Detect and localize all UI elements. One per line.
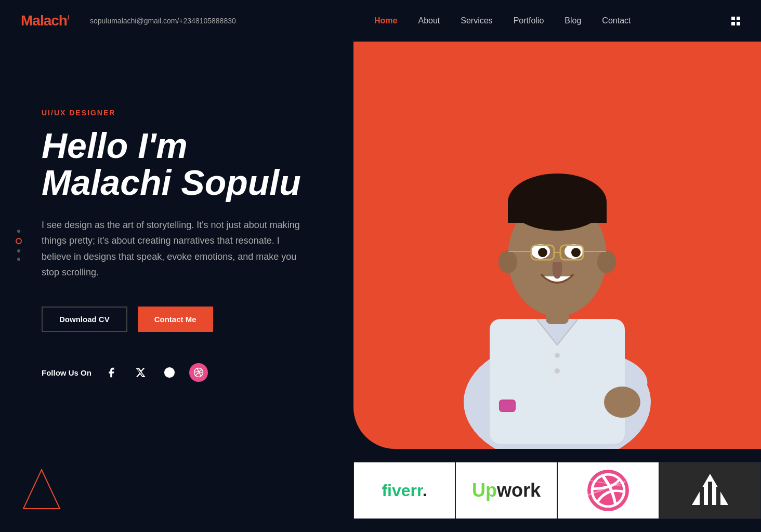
hero-title-line1: Hello I'm (42, 126, 188, 165)
logos-left (0, 467, 353, 514)
svg-point-18 (597, 250, 616, 273)
right-panel (353, 42, 761, 449)
header-email: sopulumalachi@gmail.com/+2348105888830 (90, 17, 236, 25)
svg-point-22 (571, 248, 581, 257)
grid-menu-icon[interactable] (731, 17, 740, 25)
side-dot-4[interactable] (17, 258, 20, 261)
svg-point-11 (555, 353, 560, 358)
upwork-logo-card: Upwork (455, 462, 557, 519)
upwork-logo: Upwork (472, 480, 541, 501)
logo[interactable]: Malachı (21, 12, 69, 29)
contact-me-button[interactable]: Contact Me (138, 307, 213, 332)
hero-description: I see design as the art of storytelling.… (42, 217, 301, 281)
logo-sub: ı (67, 12, 69, 22)
svg-point-12 (555, 368, 560, 374)
svg-rect-31 (700, 487, 704, 505)
logos-strip: fiverr. Upwork (353, 462, 761, 519)
dots-decoration (369, 418, 449, 433)
svg-rect-16 (508, 202, 607, 223)
header-left: Malachı sopulumalachi@gmail.com/+2348105… (0, 12, 353, 29)
header: Malachı sopulumalachi@gmail.com/+2348105… (0, 0, 761, 42)
nav-contact[interactable]: Contact (602, 16, 631, 25)
side-dot-2[interactable] (16, 238, 22, 244)
fiverr-logo: fiverr. (382, 481, 427, 500)
logos-section: fiverr. Upwork (0, 449, 761, 532)
side-dots-nav (16, 230, 22, 261)
svg-point-28 (604, 387, 640, 418)
svg-point-21 (538, 248, 547, 257)
triangle-icon (21, 467, 62, 514)
nav-portfolio[interactable]: Portfolio (514, 16, 544, 25)
globe-icon[interactable] (160, 363, 179, 382)
facebook-icon[interactable] (102, 363, 121, 382)
svg-rect-32 (708, 482, 712, 505)
nav-home[interactable]: Home (374, 16, 397, 25)
svg-rect-30 (500, 401, 515, 411)
svg-point-17 (498, 250, 517, 273)
twitter-x-icon[interactable] (131, 363, 150, 382)
svg-rect-33 (716, 487, 720, 505)
hero-image-area (353, 42, 761, 449)
hero-title-line2: Malachi Sopulu (42, 163, 301, 202)
main-layout: UI/UX DESIGNER Hello I'm Malachi Sopulu … (0, 42, 761, 449)
dribbble-logo-card (557, 462, 659, 519)
follow-label: Follow Us On (42, 368, 91, 377)
nav-about[interactable]: About (418, 16, 440, 25)
hero-person-illustration (422, 90, 692, 449)
logo-text: Malach (21, 13, 67, 29)
side-dot-3[interactable] (17, 249, 20, 252)
button-group: Download CV Contact Me (42, 307, 312, 332)
download-cv-button[interactable]: Download CV (42, 307, 127, 332)
dribbble-social-icon[interactable] (189, 363, 208, 382)
dribbble-logo (587, 470, 629, 511)
nav-services[interactable]: Services (461, 16, 492, 25)
adidas-logo (689, 471, 731, 510)
left-panel: UI/UX DESIGNER Hello I'm Malachi Sopulu … (0, 42, 353, 449)
hero-subtitle: UI/UX DESIGNER (42, 109, 312, 117)
nav-blog[interactable]: Blog (565, 16, 581, 25)
main-nav: Home About Services Portfolio Blog Conta… (353, 0, 761, 42)
adidas-logo-card (659, 462, 761, 519)
follow-section: Follow Us On (42, 363, 312, 382)
hero-title: Hello I'm Malachi Sopulu (42, 127, 312, 202)
fiverr-logo-card: fiverr. (353, 462, 455, 519)
side-dot-1[interactable] (17, 230, 20, 233)
